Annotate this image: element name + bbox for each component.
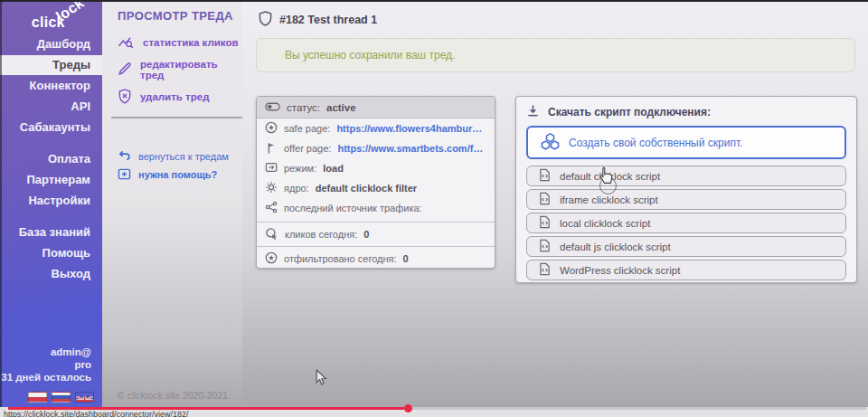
hand-cursor-icon <box>597 166 614 189</box>
thread-menu: статистика кликов редактировать тред уда… <box>102 29 242 110</box>
row-value: load <box>323 163 344 174</box>
player-progress-handle[interactable] <box>404 404 412 412</box>
undo-icon <box>118 150 131 163</box>
main-content: #182 Test thread 1 Вы успешно сохранили … <box>242 0 868 407</box>
sidebar-item-subaccounts[interactable]: Сабакаунты <box>0 118 102 137</box>
logo[interactable]: clicklock <box>32 14 95 31</box>
page-title: #182 Test thread 1 <box>279 14 377 26</box>
status-card: статус: active safe page: https://www.fl… <box>256 96 495 269</box>
row-label: режим: <box>284 163 316 174</box>
thread-menu-links: вернуться к тредам нужна помощь? <box>102 147 242 184</box>
status-header: статус: active <box>257 97 495 118</box>
sidebar-item-partners[interactable]: Партнерам <box>0 170 102 190</box>
script-button-default-js[interactable]: default js clicklock script <box>526 236 846 257</box>
account-days-left: 31 дней осталось <box>1 371 91 384</box>
status-row-safe-page: safe page: https://www.flowers4hamburg.c… <box>257 118 495 138</box>
thread-menu-title: ПРОСМОТР ТРЕДА <box>118 9 233 23</box>
row-label: offer page: <box>284 143 331 154</box>
sidebar-item-payment[interactable]: Оплата <box>0 149 102 169</box>
sidebar-item-knowledge-base[interactable]: База знаний <box>0 223 102 242</box>
gear-icon <box>265 181 278 195</box>
help-icon <box>118 168 131 182</box>
menu-item-label: статистика кликов <box>143 37 239 48</box>
scripts-card: Скачать скрипт подключения: Создать свой… <box>515 96 857 283</box>
click-icon <box>265 227 278 242</box>
arrow-cursor-icon <box>316 369 327 390</box>
stats-icon <box>118 35 135 51</box>
sidebar-item-connector[interactable]: Коннектор <box>0 76 102 96</box>
player-progress-remaining[interactable] <box>409 407 866 410</box>
status-value: active <box>326 102 356 113</box>
status-row-core: ядро: default clicklock filter <box>257 178 495 198</box>
badge-star-icon <box>265 251 278 266</box>
script-button-local[interactable]: local clicklock script <box>526 213 846 233</box>
sidebar-item-settings[interactable]: Настройки <box>0 191 102 211</box>
share-icon <box>265 201 278 215</box>
row-label: последний источник трафика: <box>284 203 422 213</box>
file-code-icon <box>539 262 551 278</box>
status-row-offer-page: offer page: https://www.smartbets.com/fo… <box>257 138 495 158</box>
menu-item-edit-thread[interactable]: редактировать тред <box>102 56 242 83</box>
link-back-to-threads[interactable]: вернуться к тредам <box>102 147 242 166</box>
pencil-icon <box>118 62 132 78</box>
counter-value: 0 <box>363 229 369 240</box>
poland-flag[interactable] <box>28 392 47 403</box>
player-progress-played[interactable] <box>8 407 404 410</box>
row-value: default clicklock filter <box>316 183 417 194</box>
menu-item-label: удалить тред <box>140 91 209 102</box>
statusbar-url: https://clicklock.site/dashboard/connect… <box>4 410 189 417</box>
file-code-icon <box>539 192 551 207</box>
badge-star-icon <box>265 121 278 136</box>
status-row-mode: режим: load <box>257 158 495 178</box>
scripts-card-header: Скачать скрипт подключения: <box>526 99 846 126</box>
script-button-label: local clicklock script <box>560 218 650 229</box>
status-label: статус: <box>287 102 320 113</box>
sidebar: clicklock Дашборд Треды Коннектор API Са… <box>0 0 102 407</box>
sidebar-nav: Дашборд Треды Коннектор API Сабакаунты О… <box>0 34 102 285</box>
file-code-icon <box>539 239 551 254</box>
russia-flag[interactable] <box>52 392 71 403</box>
script-button-label: WordPress clicklock script <box>560 265 680 276</box>
script-button-default[interactable]: default clicklock script <box>526 166 846 186</box>
sidebar-item-threads[interactable]: Треды <box>0 55 102 75</box>
counter-filtered-today: отфильтровано сегодня: 0 <box>257 246 495 269</box>
row-label: ядро: <box>284 183 309 194</box>
uk-flag[interactable] <box>75 392 94 403</box>
create-button-label: Создать свой собственный скрипт. <box>569 137 742 149</box>
counter-value: 0 <box>403 253 409 264</box>
link-need-help[interactable]: нужна помощь? <box>102 166 242 184</box>
thread-menu-panel: ПРОСМОТР ТРЕДА статистика кликов редакти… <box>102 0 242 407</box>
script-button-label: default js clicklock script <box>560 242 671 252</box>
browser-statusbar: https://clicklock.site/dashboard/connect… <box>0 407 868 417</box>
scripts-card-title: Скачать скрипт подключения: <box>548 106 711 118</box>
menu-item-click-stats[interactable]: статистика кликов <box>102 29 242 56</box>
alert-text: Вы успешно сохранили ваш тред. <box>285 49 455 62</box>
sidebar-item-dashboard[interactable]: Дашборд <box>0 34 102 54</box>
thread-title-row: #182 Test thread 1 <box>259 11 377 29</box>
file-code-icon <box>539 168 551 184</box>
download-icon <box>526 104 540 120</box>
mode-icon <box>265 161 278 175</box>
account-plan: pro <box>1 358 91 371</box>
script-button-wordpress[interactable]: WordPress clicklock script <box>526 260 846 280</box>
safe-page-link[interactable]: https://www.flowers4hamburg.com/ <box>336 123 487 134</box>
counter-clicks-today: кликов сегодня: 0 <box>257 222 495 246</box>
status-row-traffic-source: последний источник трафика: <box>257 198 495 218</box>
sidebar-item-api[interactable]: API <box>0 97 102 117</box>
file-code-icon <box>539 215 551 231</box>
account-info: admin@ pro 31 дней осталось <box>1 346 91 384</box>
script-button-iframe[interactable]: iframe clicklock script <box>526 189 846 210</box>
link-label: нужна помощь? <box>138 169 217 180</box>
shield-x-icon <box>118 89 132 106</box>
create-custom-script-button[interactable]: Создать свой собственный скрипт. <box>526 126 846 159</box>
menu-item-label: редактировать тред <box>140 59 242 81</box>
sidebar-item-help[interactable]: Помощь <box>0 243 102 263</box>
copyright: © clicklock.site 2020-2021 <box>118 390 228 401</box>
script-button-label: iframe clicklock script <box>560 194 658 205</box>
sidebar-item-logout[interactable]: Выход <box>0 264 102 284</box>
offer-page-link[interactable]: https://www.smartbets.com/football/tea… <box>337 143 487 154</box>
menu-item-delete-thread[interactable]: удалить тред <box>102 83 242 110</box>
language-switcher <box>28 392 94 403</box>
toggle-icon <box>265 102 280 113</box>
counter-label: отфильтровано сегодня: <box>284 253 397 264</box>
